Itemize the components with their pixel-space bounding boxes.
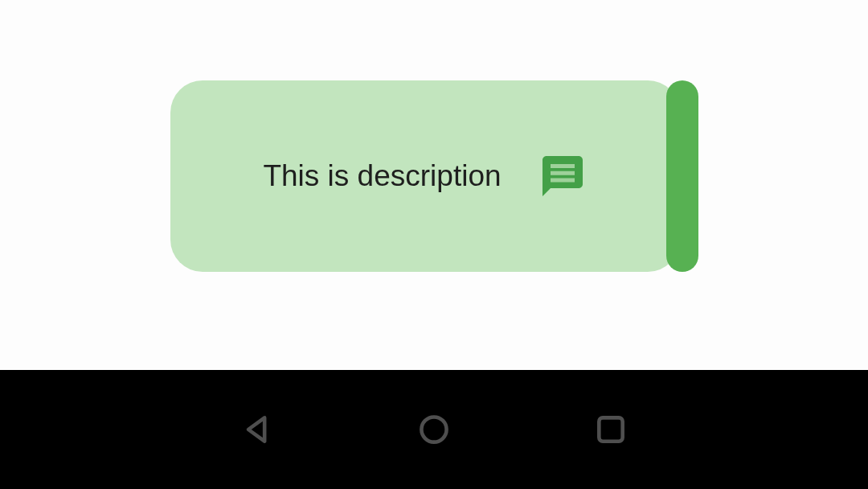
description-text: This is description xyxy=(263,159,501,193)
home-button[interactable] xyxy=(416,412,452,447)
svg-point-3 xyxy=(421,417,446,442)
card-container: This is description xyxy=(170,80,698,272)
svg-rect-4 xyxy=(599,417,622,441)
recent-apps-button[interactable] xyxy=(593,412,628,447)
svg-rect-1 xyxy=(551,171,575,175)
accent-bar xyxy=(666,80,698,272)
content-area: This is description xyxy=(0,0,868,370)
navigation-bar xyxy=(0,370,868,489)
svg-rect-0 xyxy=(551,164,575,168)
svg-rect-2 xyxy=(551,179,575,183)
back-button[interactable] xyxy=(240,412,275,447)
message-icon xyxy=(538,152,587,200)
description-card[interactable]: This is description xyxy=(170,80,680,272)
